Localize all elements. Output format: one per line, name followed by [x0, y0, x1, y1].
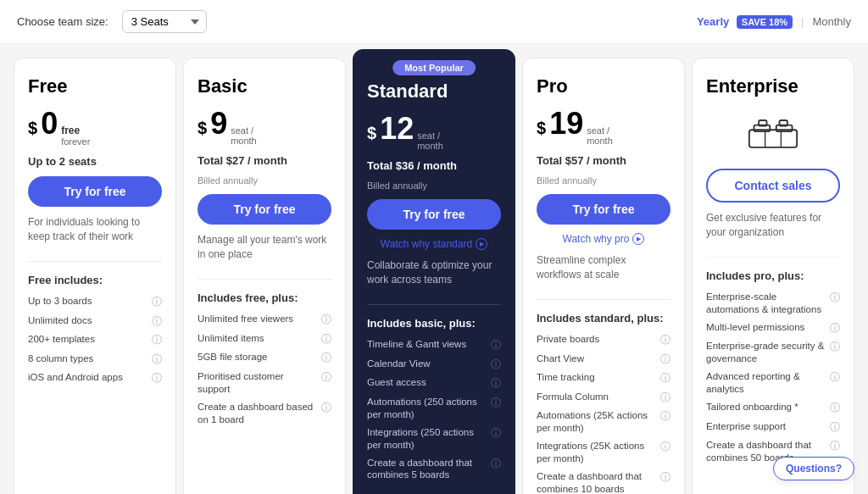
info-icon[interactable]: ⓘ: [830, 421, 840, 435]
team-size-select[interactable]: 3 Seats 1 Seat 2 Seats 5 Seats 10 Seats: [122, 10, 207, 33]
price-amount: 9: [210, 106, 227, 142]
plan-name-basic: Basic: [198, 75, 331, 97]
feature-list-pro: Private boards ⓘ Chart View ⓘ Time track…: [537, 333, 670, 494]
total-label: Total $57 / month: [537, 154, 670, 167]
info-icon[interactable]: ⓘ: [660, 391, 670, 405]
info-icon[interactable]: ⓘ: [491, 377, 501, 391]
price-symbol: $: [198, 119, 207, 138]
info-icon[interactable]: ⓘ: [152, 353, 162, 367]
info-icon[interactable]: ⓘ: [830, 402, 840, 415]
billing-divider: |: [801, 15, 804, 28]
divider: [706, 257, 840, 258]
feature-item: Create a dashboard that combines 10 boar…: [537, 470, 670, 494]
plan-card-basic: Basic $ 9 seat / month Total $27 / month…: [183, 58, 346, 494]
feature-text: Unlimited free viewers: [198, 313, 293, 325]
feature-item: Automations (250 actions per month) ⓘ: [367, 396, 501, 421]
info-icon[interactable]: ⓘ: [660, 471, 670, 485]
info-icon[interactable]: ⓘ: [660, 372, 670, 386]
cta-button-standard[interactable]: Try for free: [367, 199, 501, 230]
top-bar: Choose team size: 3 Seats 1 Seat 2 Seats…: [0, 0, 868, 44]
info-icon[interactable]: ⓘ: [491, 339, 501, 352]
info-icon[interactable]: ⓘ: [152, 372, 162, 386]
cta-button-free[interactable]: Try for free: [28, 176, 162, 207]
feature-text: Up to 3 boards: [28, 295, 92, 308]
info-icon[interactable]: ⓘ: [491, 397, 501, 410]
price-period: month: [231, 136, 257, 146]
feature-item: 8 column types ⓘ: [28, 352, 162, 367]
plan-desc-pro: Streamline complex workflows at scale: [537, 253, 670, 287]
plan-name-standard: Standard: [367, 80, 501, 103]
info-icon[interactable]: ⓘ: [152, 296, 162, 309]
feature-item: Create a dashboard that combines 5 board…: [367, 457, 501, 482]
info-icon[interactable]: ⓘ: [830, 371, 840, 385]
free-sub: forever: [61, 136, 90, 147]
billed-note: Billed annually: [537, 175, 670, 186]
price-amount: 19: [549, 106, 583, 142]
price-period: month: [417, 141, 443, 151]
info-icon[interactable]: ⓘ: [660, 334, 670, 347]
feature-text: Unlimited docs: [28, 314, 92, 327]
info-icon[interactable]: ⓘ: [660, 410, 670, 424]
info-icon[interactable]: ⓘ: [321, 402, 331, 415]
price-row-standard: $ 12 seat / month: [367, 111, 501, 151]
questions-button[interactable]: Questions?: [773, 457, 854, 480]
free-label: free: [61, 125, 90, 136]
info-icon[interactable]: ⓘ: [321, 352, 331, 365]
feature-text: Multi-level permissions: [706, 321, 804, 334]
info-icon[interactable]: ⓘ: [660, 353, 670, 367]
feature-list-enterprise: Enterprise-scale automations & integrati…: [706, 291, 840, 464]
feature-item: Enterprise-scale automations & integrati…: [706, 291, 840, 316]
plan-desc-basic: Manage all your team's work in one place: [198, 233, 331, 267]
info-icon[interactable]: ⓘ: [830, 341, 840, 354]
feature-text: Integrations (25K actions per month): [537, 440, 657, 465]
billing-monthly[interactable]: Monthly: [812, 15, 851, 28]
features-title-free: Free includes:: [28, 274, 162, 286]
plan-card-pro: Pro $ 19 seat / month Total $57 / month …: [522, 58, 685, 494]
info-icon[interactable]: ⓘ: [830, 291, 840, 305]
total-label: Total $36 / month: [367, 159, 501, 172]
info-icon[interactable]: ⓘ: [321, 333, 331, 347]
feature-text: 200+ templates: [28, 333, 95, 346]
watch-link-standard[interactable]: Watch why standard ▶: [367, 238, 501, 250]
info-icon[interactable]: ⓘ: [152, 334, 162, 347]
cta-button-pro[interactable]: Try for free: [537, 194, 670, 225]
billing-save-badge: SAVE 18%: [737, 15, 793, 29]
info-icon[interactable]: ⓘ: [660, 441, 670, 454]
price-meta: free forever: [61, 125, 90, 147]
price-meta: seat / month: [417, 130, 443, 151]
cta-button-basic[interactable]: Try for free: [198, 194, 331, 225]
price-row-basic: $ 9 seat / month: [198, 106, 331, 146]
feature-item: Up to 3 boards ⓘ: [28, 295, 162, 309]
cta-button-enterprise[interactable]: Contact sales: [706, 169, 840, 203]
feature-item: Enterprise-grade security & governance ⓘ: [706, 340, 840, 365]
info-icon[interactable]: ⓘ: [152, 315, 162, 329]
info-icon[interactable]: ⓘ: [321, 314, 331, 327]
info-icon[interactable]: ⓘ: [830, 440, 840, 453]
feature-text: Unlimited items: [198, 332, 264, 345]
features-title-standard: Includes basic, plus:: [367, 317, 501, 330]
billing-yearly[interactable]: Yearly SAVE 18%: [697, 15, 793, 28]
billed-note: Billed annually: [198, 175, 331, 186]
info-icon[interactable]: ⓘ: [321, 371, 331, 385]
info-icon[interactable]: ⓘ: [830, 322, 840, 336]
info-icon[interactable]: ⓘ: [491, 358, 501, 372]
feature-text: 5GB file storage: [198, 351, 267, 364]
plan-card-enterprise: Enterprise Contact salesGet exclusive fe…: [692, 58, 854, 494]
feature-text: Create a dashboard based on 1 board: [198, 401, 318, 426]
feature-text: Private boards: [537, 333, 599, 346]
feature-text: 8 column types: [28, 352, 93, 365]
feature-item: Automations (25K actions per month) ⓘ: [537, 409, 670, 435]
feature-item: Multi-level permissions ⓘ: [706, 321, 840, 336]
price-row-free: $ 0 free forever: [28, 106, 162, 147]
info-icon[interactable]: ⓘ: [491, 427, 501, 441]
price-symbol: $: [28, 119, 37, 138]
price-row-pro: $ 19 seat / month: [537, 106, 670, 146]
features-title-pro: Includes standard, plus:: [537, 312, 670, 325]
play-icon: ▶: [632, 233, 644, 245]
info-icon[interactable]: ⓘ: [491, 458, 501, 471]
price-period: month: [587, 136, 613, 146]
feature-text: Time tracking: [537, 371, 595, 384]
watch-link-pro[interactable]: Watch why pro ▶: [537, 233, 670, 245]
feature-item: 5GB file storage ⓘ: [198, 351, 331, 365]
total-label: Total $27 / month: [198, 154, 331, 167]
